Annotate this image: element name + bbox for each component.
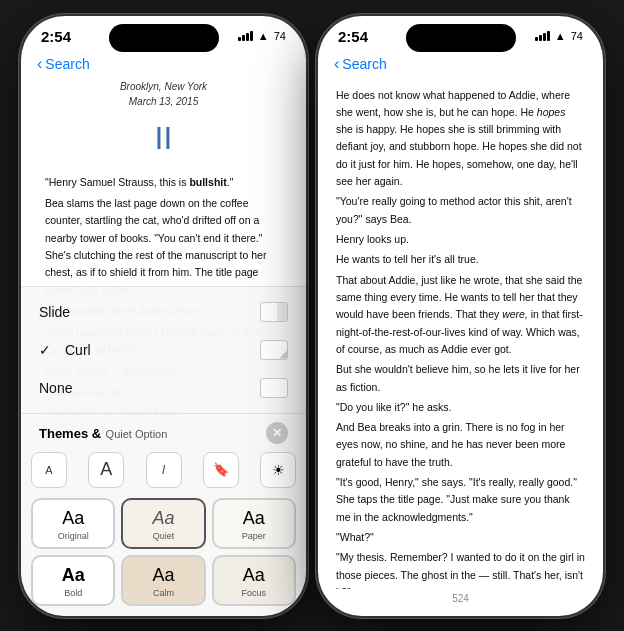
theme-focus-label: Focus	[242, 588, 267, 598]
rp-1: He does not know what happened to Addie,…	[336, 87, 585, 191]
book-content-right: He does not know what happened to Addie,…	[318, 79, 603, 589]
theme-original[interactable]: Aa Original	[31, 498, 115, 549]
para-1: "Henry Samuel Strauss, this is bullshit.…	[45, 174, 282, 191]
book-title-section: Brooklyn, New YorkMarch 13, 2015 II	[45, 79, 282, 164]
none-label: None	[39, 380, 72, 396]
rp-11: "My thesis. Remember? I wanted to do it …	[336, 549, 585, 588]
status-icons-left: ▲ 74	[238, 30, 286, 42]
curl-icon	[260, 340, 288, 360]
phones-container: 2:54 ▲ 74 ‹ Search Brooklyn, Ne	[21, 16, 603, 616]
font-controls: A A I 🔖 ☀	[21, 448, 306, 494]
font-bookmark-button[interactable]: 🔖	[203, 452, 239, 488]
theme-focus-aa: Aa	[243, 565, 265, 586]
battery-left: 74	[274, 30, 286, 42]
time-right: 2:54	[338, 28, 368, 45]
rp-9: "It's good, Henry," she says. "It's real…	[336, 474, 585, 526]
none-icon	[260, 378, 288, 398]
none-menu-item[interactable]: None	[21, 369, 306, 407]
back-arrow-icon-right: ‹	[334, 55, 339, 73]
themes-grid: Aa Original Aa Quiet Aa Paper Aa Bold Aa	[21, 494, 306, 616]
font-small-button[interactable]: A	[31, 452, 67, 488]
wifi-icon-right: ▲	[555, 30, 566, 42]
themes-header: Themes & Quiet Option ✕	[21, 414, 306, 448]
rp-7: "Do you like it?" he asks.	[336, 399, 585, 416]
theme-quiet[interactable]: Aa Quiet	[121, 498, 205, 549]
rp-6: But she wouldn't believe him, so he lets…	[336, 361, 585, 396]
themes-title: Themes & Quiet Option	[39, 424, 167, 442]
curl-label: Curl	[65, 342, 91, 358]
rp-2: "You're really going to method actor thi…	[336, 193, 585, 228]
theme-calm-label: Calm	[153, 588, 174, 598]
theme-original-label: Original	[58, 531, 89, 541]
signal-icon-right	[535, 31, 550, 41]
wifi-icon: ▲	[258, 30, 269, 42]
theme-calm-aa: Aa	[152, 565, 174, 586]
theme-paper-aa: Aa	[243, 508, 265, 529]
nav-bar-right[interactable]: ‹ Search	[318, 49, 603, 79]
theme-focus[interactable]: Aa Focus	[212, 555, 296, 606]
curl-menu-item[interactable]: ✓ Curl	[21, 331, 306, 369]
rp-3: Henry looks up.	[336, 231, 585, 248]
status-icons-right: ▲ 74	[535, 30, 583, 42]
theme-original-aa: Aa	[62, 508, 84, 529]
theme-bold-aa: Aa	[62, 565, 85, 586]
back-button-right[interactable]: ‹ Search	[334, 55, 387, 73]
theme-bold-label: Bold	[64, 588, 82, 598]
dynamic-island-right	[406, 24, 516, 52]
nav-bar-left[interactable]: ‹ Search	[21, 49, 306, 79]
transition-menu: Slide ✓ Curl None	[21, 287, 306, 414]
back-label-right: Search	[342, 56, 386, 72]
rp-8: And Bea breaks into a grin. There is no …	[336, 419, 585, 471]
battery-right: 74	[571, 30, 583, 42]
chapter-number: II	[45, 113, 282, 164]
para-2: Bea slams the last page down on the coff…	[45, 195, 282, 299]
slide-icon	[260, 302, 288, 322]
back-label-left: Search	[45, 56, 89, 72]
brightness-button[interactable]: ☀	[260, 452, 296, 488]
theme-calm[interactable]: Aa Calm	[121, 555, 205, 606]
signal-icon	[238, 31, 253, 41]
font-style-button[interactable]: I	[146, 452, 182, 488]
check-icon: ✓	[39, 342, 51, 358]
back-arrow-icon: ‹	[37, 55, 42, 73]
theme-quiet-label: Quiet	[153, 531, 175, 541]
left-phone: 2:54 ▲ 74 ‹ Search Brooklyn, Ne	[21, 16, 306, 616]
rp-10: "What?"	[336, 529, 585, 546]
page-number: 524	[318, 589, 603, 608]
rp-4: He wants to tell her it's all true.	[336, 251, 585, 268]
bottom-overlay: Slide ✓ Curl None	[21, 286, 306, 616]
themes-close-button[interactable]: ✕	[266, 422, 288, 444]
theme-paper[interactable]: Aa Paper	[212, 498, 296, 549]
rp-5: That about Addie, just like he wrote, th…	[336, 272, 585, 359]
time-left: 2:54	[41, 28, 71, 45]
theme-bold[interactable]: Aa Bold	[31, 555, 115, 606]
theme-quiet-aa: Aa	[152, 508, 174, 529]
dynamic-island	[109, 24, 219, 52]
right-phone: 2:54 ▲ 74 ‹ Search He does not know what	[318, 16, 603, 616]
slide-label: Slide	[39, 304, 70, 320]
book-location: Brooklyn, New YorkMarch 13, 2015	[45, 79, 282, 109]
theme-paper-label: Paper	[242, 531, 266, 541]
back-button-left[interactable]: ‹ Search	[37, 55, 90, 73]
font-large-button[interactable]: A	[88, 452, 124, 488]
slide-menu-item[interactable]: Slide	[21, 293, 306, 331]
